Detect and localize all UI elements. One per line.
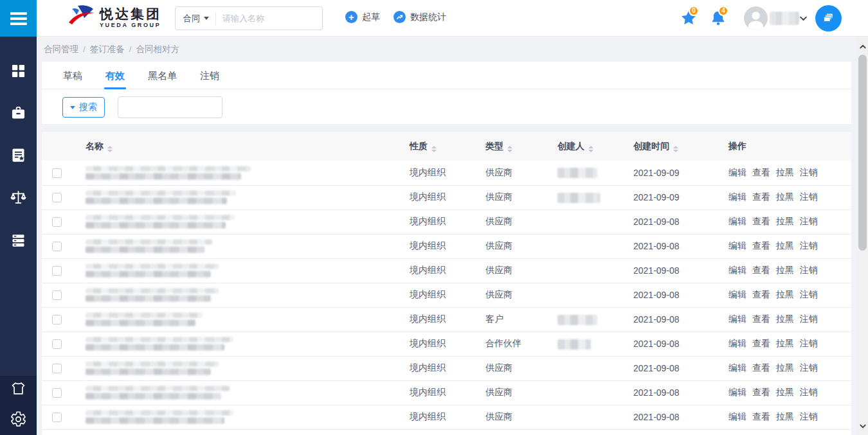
tab-blacklist[interactable]: 黑名单 [147, 62, 178, 89]
search-toggle-button[interactable]: 搜索 [62, 97, 105, 118]
global-search-input[interactable] [216, 13, 322, 23]
action-view[interactable]: 查看 [752, 289, 770, 299]
action-blacklist[interactable]: 拉黑 [776, 362, 794, 373]
tab-active[interactable]: 有效 [104, 62, 126, 89]
action-cancel[interactable]: 注销 [800, 411, 818, 422]
column-nature[interactable]: 性质 [403, 132, 479, 161]
row-checkbox[interactable] [52, 388, 62, 398]
row-checkbox[interactable] [52, 290, 62, 300]
tab-draft[interactable]: 草稿 [62, 62, 84, 89]
action-cancel[interactable]: 注销 [800, 265, 818, 275]
action-view[interactable]: 查看 [752, 240, 770, 251]
action-blacklist[interactable]: 拉黑 [776, 387, 794, 397]
search-category-dropdown[interactable]: 合同 [176, 13, 215, 24]
action-blacklist[interactable]: 拉黑 [776, 411, 794, 422]
scrollbar-thumb[interactable] [858, 55, 867, 251]
action-blacklist[interactable]: 拉黑 [776, 314, 794, 324]
sidebar-item-archive-server-icon[interactable] [10, 232, 27, 249]
created-cell: 2021-09-09 [627, 161, 722, 185]
row-checkbox[interactable] [52, 315, 62, 324]
breadcrumb-item[interactable]: 签订准备 [90, 44, 125, 54]
column-type[interactable]: 类型 [479, 132, 551, 161]
action-edit[interactable]: 编辑 [728, 191, 746, 202]
action-cancel[interactable]: 注销 [800, 387, 818, 397]
action-edit[interactable]: 编辑 [728, 314, 746, 324]
action-edit[interactable]: 编辑 [728, 387, 746, 397]
sidebar-item-gear-settings-icon[interactable] [10, 411, 27, 428]
action-cancel[interactable]: 注销 [800, 362, 818, 373]
created-cell: 2021-09-09 [627, 185, 722, 209]
action-view[interactable]: 查看 [752, 362, 770, 373]
action-blacklist[interactable]: 拉黑 [776, 289, 794, 299]
sort-icon[interactable] [673, 146, 678, 152]
data-statistics-button[interactable]: 数据统计 [393, 11, 446, 23]
keyword-input[interactable] [118, 96, 222, 118]
sidebar-item-tshirt-theme-icon[interactable] [10, 380, 27, 397]
action-cancel[interactable]: 注销 [800, 216, 818, 226]
sort-icon[interactable] [588, 146, 593, 152]
row-checkbox[interactable] [52, 193, 62, 202]
column-created[interactable]: 创建时间 [627, 132, 722, 161]
row-checkbox[interactable] [52, 168, 62, 178]
scroll-down-arrow-icon[interactable] [857, 420, 868, 432]
action-view[interactable]: 查看 [752, 216, 770, 226]
sidebar-item-scales-icon[interactable] [10, 189, 27, 206]
action-edit[interactable]: 编辑 [728, 338, 746, 348]
action-view[interactable]: 查看 [752, 387, 770, 397]
sidebar-item-certificate-document-icon[interactable] [10, 146, 27, 164]
action-view[interactable]: 查看 [752, 411, 770, 422]
favorites-star-icon[interactable]: 0 [680, 10, 697, 26]
action-edit[interactable]: 编辑 [728, 167, 746, 177]
sort-icon[interactable] [431, 146, 437, 152]
sort-icon[interactable] [507, 146, 512, 152]
creator-cell [551, 234, 627, 258]
user-avatar[interactable] [744, 6, 768, 30]
action-edit[interactable]: 编辑 [728, 265, 746, 275]
action-blacklist[interactable]: 拉黑 [776, 167, 794, 177]
row-checkbox[interactable] [52, 242, 62, 251]
table-row: 境内组织 供应商 2021-09-08 编辑 查看 拉黑 注销 [42, 356, 851, 380]
row-checkbox[interactable] [52, 266, 62, 276]
action-edit[interactable]: 编辑 [728, 216, 746, 226]
action-cancel[interactable]: 注销 [800, 240, 818, 251]
sidebar-item-dashboard-grid-icon[interactable] [10, 62, 27, 80]
row-checkbox[interactable] [52, 339, 62, 349]
action-edit[interactable]: 编辑 [728, 362, 746, 373]
action-edit[interactable]: 编辑 [728, 289, 746, 299]
draft-button[interactable]: 起草 [345, 11, 380, 23]
action-view[interactable]: 查看 [752, 314, 770, 324]
action-blacklist[interactable]: 拉黑 [776, 216, 794, 226]
sidebar-item-briefcase-icon[interactable] [10, 104, 27, 121]
action-view[interactable]: 查看 [752, 191, 770, 202]
action-blacklist[interactable]: 拉黑 [776, 338, 794, 348]
nature-cell: 境内组织 [403, 258, 479, 283]
vertical-scrollbar[interactable] [857, 37, 868, 435]
action-cancel[interactable]: 注销 [800, 314, 818, 324]
column-creator[interactable]: 创建人 [551, 132, 627, 161]
tab-cancelled[interactable]: 注销 [199, 62, 221, 89]
action-cancel[interactable]: 注销 [800, 191, 818, 202]
row-checkbox[interactable] [52, 364, 62, 373]
action-edit[interactable]: 编辑 [728, 240, 746, 251]
action-blacklist[interactable]: 拉黑 [776, 191, 794, 202]
hamburger-menu-button[interactable] [0, 0, 37, 37]
counterparty-table: 名称 性质 类型 创建人 创建时间 操作 境内组织 供应商 2021-09-09… [42, 132, 851, 430]
action-view[interactable]: 查看 [752, 167, 770, 177]
column-name[interactable]: 名称 [79, 132, 403, 161]
user-menu-chevron-down-icon[interactable] [799, 13, 809, 24]
app-switcher-button[interactable] [815, 5, 842, 31]
row-checkbox[interactable] [52, 413, 62, 422]
action-view[interactable]: 查看 [752, 338, 770, 348]
breadcrumb-item[interactable]: 合同管理 [44, 44, 78, 54]
action-blacklist[interactable]: 拉黑 [776, 240, 794, 251]
row-checkbox[interactable] [52, 217, 62, 227]
action-edit[interactable]: 编辑 [728, 411, 746, 422]
action-cancel[interactable]: 注销 [800, 338, 818, 348]
notifications-bell-icon[interactable]: 4 [710, 10, 727, 26]
sort-icon[interactable] [107, 146, 113, 152]
action-cancel[interactable]: 注销 [800, 167, 818, 177]
action-cancel[interactable]: 注销 [800, 289, 818, 299]
action-view[interactable]: 查看 [752, 265, 770, 275]
scroll-up-arrow-icon[interactable] [857, 40, 868, 53]
action-blacklist[interactable]: 拉黑 [776, 265, 794, 275]
